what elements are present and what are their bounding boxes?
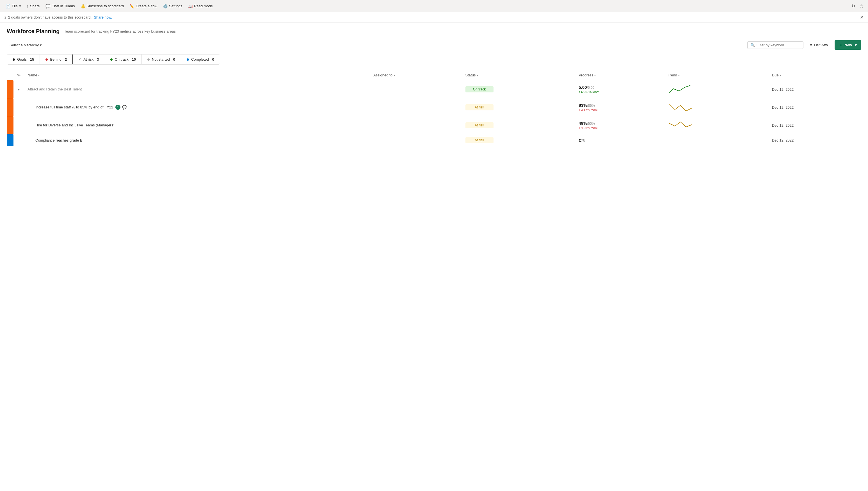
status-badge-child-3[interactable]: At risk (465, 137, 494, 143)
expand-cell-child-1 (13, 98, 24, 116)
gear-icon: ⚙️ (163, 4, 167, 8)
page-subtitle: Team scorecard for tracking FY23 metrics… (64, 29, 176, 33)
toolbar-right: ↻ ☆ (850, 2, 865, 10)
th-label-status: Status (465, 73, 476, 77)
file-menu[interactable]: 📄 File ▾ (3, 3, 23, 9)
stat-label-goals: Goals (17, 57, 27, 61)
notification-close-button[interactable]: ✕ (860, 15, 864, 20)
status-badge-child-2[interactable]: At risk (465, 122, 494, 128)
progress-value-child-2: 49%/50% ↓ 4.26% MoM (579, 121, 661, 129)
stat-count-completed: 0 (212, 57, 214, 61)
due-cell-child-1: Dec 12, 2022 (769, 98, 861, 116)
stat-item-not-started[interactable]: Not started 0 (142, 55, 181, 64)
row-indicator-child-1 (7, 98, 13, 116)
stat-item-goals[interactable]: Goals 15 (7, 55, 40, 64)
sort-icon-due: ▾ (780, 74, 781, 77)
status-cell-parent-1: On track (462, 80, 576, 98)
th-label-name: Name (28, 73, 37, 77)
progress-value-child-3: C/B (579, 138, 661, 143)
stat-label-behind: Behind (50, 57, 61, 61)
chat-icon[interactable]: 💬 (122, 105, 127, 110)
hierarchy-select[interactable]: Select a hierarchy ▾ (7, 41, 44, 49)
sort-icon-assigned_to: ▾ (394, 74, 395, 77)
stat-label-on-track: On track (115, 57, 129, 61)
status-cell-child-3: At risk (462, 134, 576, 146)
chat-badge[interactable]: 1 (115, 105, 120, 110)
stat-item-completed[interactable]: Completed 0 (181, 55, 220, 64)
due-date-child-1: Dec 12, 2022 (772, 105, 794, 110)
share-now-link[interactable]: Share now. (94, 15, 112, 19)
th-name[interactable]: Name ▾ (24, 70, 370, 80)
table-row: Increase full time staff % to 85% by end… (7, 98, 861, 116)
status-badge-child-1[interactable]: At risk (465, 104, 494, 110)
share-icon: ↑ (27, 4, 29, 8)
th-label-trend: Trend (668, 73, 677, 77)
name-cell-child-3: Compliance reaches grade B (24, 134, 370, 146)
new-label: New (844, 43, 852, 47)
goal-name-child-1[interactable]: Increase full time staff % to 85% by end… (35, 105, 113, 109)
search-input[interactable] (756, 43, 799, 47)
hierarchy-chevron: ▾ (40, 43, 42, 47)
chat-in-teams-button[interactable]: 💬 Chat in Teams (43, 3, 77, 9)
progress-cell-child-1: 83%/85% ↓ 3.17% MoM (575, 98, 664, 116)
stat-item-behind[interactable]: Behind 2 (40, 55, 73, 64)
subscribe-button[interactable]: 🔔 Subscribe to scorecard (78, 3, 126, 9)
expand-all-icon[interactable]: ≫ (17, 73, 21, 77)
th-assigned_to[interactable]: Assigned to ▾ (370, 70, 462, 80)
info-icon: ℹ (4, 15, 6, 19)
progress-cell-child-2: 49%/50% ↓ 4.26% MoM (575, 116, 664, 134)
create-flow-button[interactable]: ✏️ Create a flow (127, 3, 159, 9)
refresh-button[interactable]: ↻ (850, 2, 856, 10)
flow-icon: ✏️ (129, 4, 134, 8)
flow-label: Create a flow (135, 4, 157, 8)
main-content: Workforce Planning Team scorecard for tr… (0, 23, 868, 491)
status-badge-parent-1[interactable]: On track (465, 86, 494, 92)
collapse-button[interactable]: ▾ (18, 88, 20, 92)
file-label: File (12, 4, 18, 8)
th-label-due: Due (772, 73, 779, 77)
goal-name-child-3[interactable]: Compliance reaches grade B (35, 138, 83, 142)
toolbar: 📄 File ▾ ↑ Share 💬 Chat in Teams 🔔 Subsc… (0, 0, 868, 12)
due-cell-child-3: Dec 12, 2022 (769, 134, 861, 146)
expand-cell-parent-1: ▾ (13, 80, 24, 98)
progress-target: /B (582, 139, 585, 143)
th-label-progress: Progress (579, 73, 593, 77)
star-button[interactable]: ☆ (859, 2, 865, 10)
th-status[interactable]: Status ▾ (462, 70, 576, 80)
row-indicator-child-3 (7, 134, 13, 146)
stat-item-at-risk[interactable]: ✓ At risk 3 (72, 54, 105, 65)
stat-item-on-track[interactable]: On track 10 (105, 55, 142, 64)
stat-count-behind: 2 (65, 57, 67, 61)
share-button[interactable]: ↑ Share (24, 3, 42, 9)
trend-chart (668, 119, 693, 130)
black-dot (12, 58, 15, 61)
th-due[interactable]: Due ▾ (769, 70, 861, 80)
due-cell-parent-1: Dec 12, 2022 (769, 80, 861, 98)
stat-label-at-risk: At risk (83, 57, 93, 61)
assigned-to-cell-parent-1 (370, 80, 462, 98)
list-view-button[interactable]: ≡ List view (807, 41, 831, 49)
read-mode-button[interactable]: 📖 Read mode (186, 3, 215, 9)
trend-cell-child-2 (664, 116, 769, 134)
goal-name-child-2[interactable]: Hire for Diverse and Inclusive Teams (Ma… (35, 123, 115, 127)
stat-label-not-started: Not started (152, 57, 170, 61)
goal-name-parent-1[interactable]: Attract and Retain the Best Talent (28, 87, 82, 91)
settings-button[interactable]: ⚙️ Settings (161, 3, 184, 9)
progress-target: /50% (587, 122, 595, 125)
sort-icon-trend: ▾ (678, 74, 680, 77)
sort-icon-status: ▾ (477, 74, 478, 77)
due-date-child-2: Dec 12, 2022 (772, 123, 794, 127)
th-trend[interactable]: Trend ▾ (664, 70, 769, 80)
file-icon: 📄 (6, 4, 10, 8)
trend-chart (668, 83, 693, 94)
progress-main: 83% (579, 103, 587, 108)
new-button[interactable]: ＋ New ▾ (835, 40, 861, 50)
list-view-label: List view (814, 43, 828, 47)
green-dot (110, 58, 113, 61)
status-cell-child-2: At risk (462, 116, 576, 134)
th-progress[interactable]: Progress ▾ (575, 70, 664, 80)
stat-count-at-risk: 3 (97, 57, 99, 61)
th-indicator (7, 70, 13, 80)
progress-main: 49% (579, 121, 587, 125)
th-label-assigned_to: Assigned to (373, 73, 393, 77)
